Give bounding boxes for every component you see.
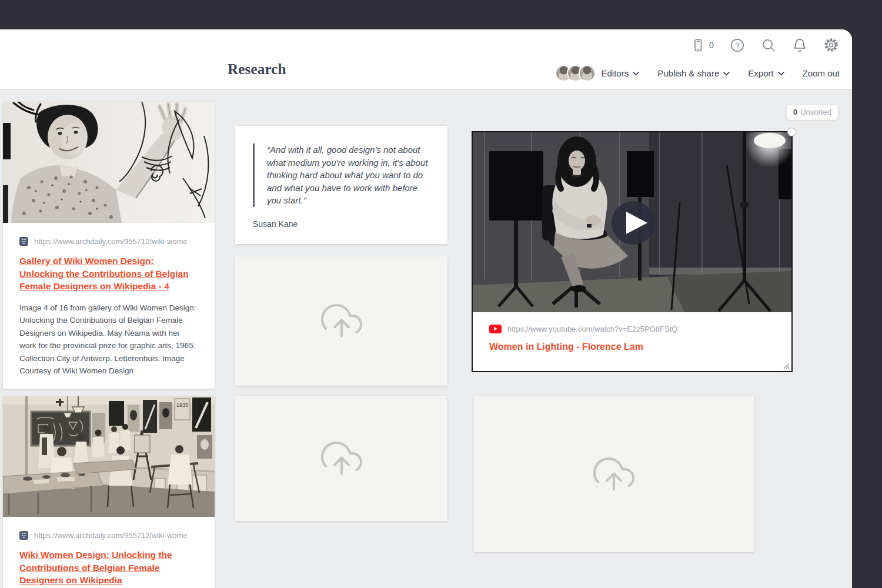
mobile-uploads-button[interactable]: 0	[691, 38, 714, 52]
link-card-2-url: https://www.archdaily.com/955712/wiki-wo…	[34, 531, 188, 540]
video-url: https://www.youtube.com/watch?v=E2z5PG8F…	[507, 325, 677, 333]
link-card-2-url-row: https://www.archdaily.com/955712/wiki-wo…	[19, 530, 198, 540]
archdaily-favicon-icon	[19, 531, 28, 540]
publish-share-menu[interactable]: Publish & share	[657, 68, 730, 78]
unsorted-count: 0	[793, 108, 797, 116]
topbar-icon-row: 0 ?	[691, 37, 839, 53]
cloud-upload-icon	[593, 453, 635, 496]
svg-text:1935: 1935	[176, 402, 188, 408]
link-card-1-url-row: https://www.archdaily.com/955712/wiki-wo…	[19, 236, 198, 246]
editor-avatars	[555, 65, 596, 82]
export-menu[interactable]: Export	[748, 68, 784, 78]
chevron-down-icon	[723, 72, 730, 76]
unsorted-badge[interactable]: 0 Unsorted	[786, 104, 838, 121]
quote-author: Susan Kane	[253, 219, 430, 229]
app-window: Research 0 ?	[0, 29, 852, 588]
cloud-upload-icon	[320, 300, 363, 342]
export-label: Export	[748, 68, 773, 78]
board-header: Research 0 ?	[0, 29, 852, 89]
mobile-phone-icon	[691, 38, 705, 52]
link-card-1[interactable]: https://www.archdaily.com/955712/wiki-wo…	[3, 102, 215, 389]
link-card-1-title[interactable]: Gallery of Wiki Women Design: Unlocking …	[19, 255, 198, 293]
link-card-1-url: https://www.archdaily.com/955712/wiki-wo…	[34, 237, 188, 246]
zoom-out-label: Zoom out	[803, 68, 840, 78]
archdaily-favicon-icon	[19, 237, 28, 246]
svg-text:?: ?	[735, 41, 739, 50]
cloud-upload-icon	[320, 437, 363, 480]
upload-placeholder-card-3[interactable]	[473, 396, 754, 552]
upload-placeholder-card-2[interactable]	[235, 396, 447, 521]
board-canvas[interactable]: 0 Unsorted	[0, 89, 852, 588]
resize-handle-icon[interactable]	[782, 362, 790, 369]
video-card[interactable]: https://www.youtube.com/watch?v=E2z5PG8F…	[472, 131, 793, 372]
help-icon[interactable]: ?	[730, 38, 745, 53]
youtube-favicon-icon	[489, 325, 502, 333]
settings-gear-icon[interactable]	[823, 37, 839, 53]
zoom-out-button[interactable]: Zoom out	[803, 68, 840, 78]
link-card-2-title[interactable]: Wiki Women Design: Unlocking the Contrib…	[19, 549, 198, 587]
upload-placeholder-card-1[interactable]	[235, 256, 447, 386]
mobile-uploads-count: 0	[709, 40, 714, 50]
chevron-down-icon	[778, 72, 784, 76]
header-menu-row: Editors Publish & share Export Zoom out	[555, 65, 840, 82]
notifications-bell-icon[interactable]	[792, 38, 807, 53]
link-card-1-image	[3, 102, 215, 223]
avatar	[579, 65, 596, 82]
page-title: Research	[228, 61, 286, 78]
unsorted-label: Unsorted	[800, 108, 831, 116]
link-card-2[interactable]: 1935	[3, 396, 215, 588]
selection-handle[interactable]	[788, 128, 796, 136]
chevron-down-icon	[633, 72, 639, 76]
video-title[interactable]: Women in Lighting - Florence Lam	[489, 342, 775, 352]
publish-share-label: Publish & share	[657, 68, 719, 78]
quote-text: “And with it all, good design's not abou…	[253, 143, 430, 207]
link-card-2-image: 1935	[3, 396, 215, 517]
video-thumbnail	[473, 132, 791, 312]
editors-label: Editors	[602, 68, 629, 78]
link-card-1-description: Image 4 of 16 from gallery of Wiki Women…	[19, 302, 198, 377]
search-icon[interactable]	[761, 38, 776, 53]
video-url-row: https://www.youtube.com/watch?v=E2z5PG8F…	[489, 323, 775, 334]
editors-menu[interactable]: Editors	[555, 65, 640, 82]
quote-card[interactable]: “And with it all, good design's not abou…	[235, 126, 447, 244]
